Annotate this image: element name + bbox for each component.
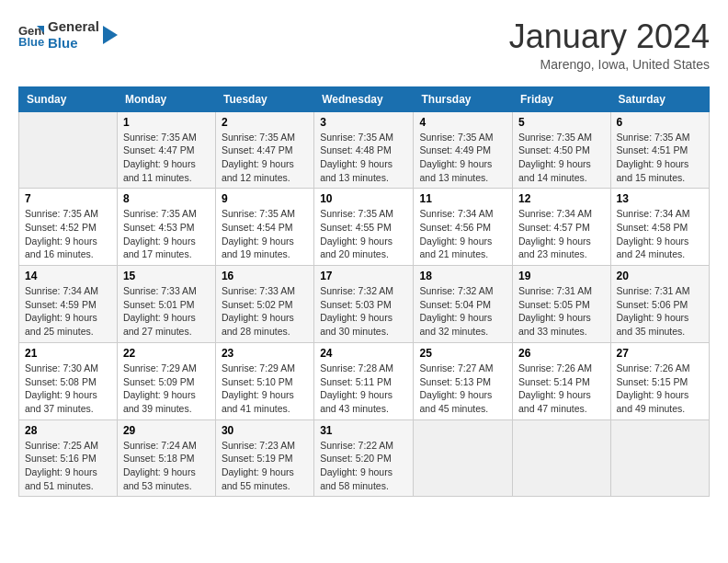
day-number: 16 [222, 270, 308, 282]
calendar-cell: 3Sunrise: 7:35 AM Sunset: 4:48 PM Daylig… [314, 111, 414, 189]
header-tuesday: Tuesday [215, 86, 313, 111]
header-friday: Friday [513, 86, 611, 111]
day-info: Sunrise: 7:28 AM Sunset: 5:11 PM Dayligh… [320, 362, 407, 416]
calendar-cell: 9Sunrise: 7:35 AM Sunset: 4:54 PM Daylig… [215, 189, 313, 266]
day-number: 12 [518, 192, 605, 205]
calendar-week-3: 14Sunrise: 7:34 AM Sunset: 4:59 PM Dayli… [19, 266, 710, 343]
day-info: Sunrise: 7:31 AM Sunset: 5:05 PM Dayligh… [518, 284, 605, 339]
calendar-week-4: 21Sunrise: 7:30 AM Sunset: 5:08 PM Dayli… [19, 342, 710, 419]
day-info: Sunrise: 7:33 AM Sunset: 5:02 PM Dayligh… [222, 284, 308, 339]
day-number: 25 [419, 347, 506, 360]
calendar-cell: 16Sunrise: 7:33 AM Sunset: 5:02 PM Dayli… [215, 266, 313, 343]
day-info: Sunrise: 7:35 AM Sunset: 4:49 PM Dayligh… [419, 131, 506, 185]
calendar-table: SundayMondayTuesdayWednesdayThursdayFrid… [18, 86, 710, 498]
calendar-cell [19, 111, 118, 189]
calendar-cell: 7Sunrise: 7:35 AM Sunset: 4:52 PM Daylig… [19, 189, 118, 266]
calendar-cell: 23Sunrise: 7:29 AM Sunset: 5:10 PM Dayli… [215, 342, 313, 419]
calendar-subtitle: Marengo, Iowa, United States [509, 57, 710, 72]
day-info: Sunrise: 7:29 AM Sunset: 5:10 PM Dayligh… [222, 362, 308, 416]
day-info: Sunrise: 7:35 AM Sunset: 4:53 PM Dayligh… [123, 207, 210, 261]
header-sunday: Sunday [19, 86, 118, 111]
calendar-week-2: 7Sunrise: 7:35 AM Sunset: 4:52 PM Daylig… [19, 189, 710, 266]
calendar-cell [414, 419, 513, 497]
day-info: Sunrise: 7:34 AM Sunset: 4:57 PM Dayligh… [518, 207, 605, 261]
calendar-cell: 1Sunrise: 7:35 AM Sunset: 4:47 PM Daylig… [117, 111, 215, 189]
day-number: 20 [617, 270, 703, 282]
day-number: 28 [25, 424, 111, 437]
day-info: Sunrise: 7:23 AM Sunset: 5:19 PM Dayligh… [222, 439, 308, 493]
day-number: 7 [25, 192, 111, 205]
day-info: Sunrise: 7:32 AM Sunset: 5:03 PM Dayligh… [320, 284, 407, 339]
calendar-cell: 6Sunrise: 7:35 AM Sunset: 4:51 PM Daylig… [610, 111, 709, 189]
day-info: Sunrise: 7:30 AM Sunset: 5:08 PM Dayligh… [25, 362, 111, 416]
calendar-cell: 15Sunrise: 7:33 AM Sunset: 5:01 PM Dayli… [117, 266, 215, 343]
logo: General Blue General Blue [18, 18, 118, 52]
day-info: Sunrise: 7:33 AM Sunset: 5:01 PM Dayligh… [123, 284, 210, 339]
calendar-cell: 18Sunrise: 7:32 AM Sunset: 5:04 PM Dayli… [414, 266, 513, 343]
header-saturday: Saturday [610, 86, 709, 111]
day-number: 3 [320, 116, 407, 129]
day-number: 22 [123, 347, 210, 360]
header-thursday: Thursday [414, 86, 513, 111]
calendar-week-1: 1Sunrise: 7:35 AM Sunset: 4:47 PM Daylig… [19, 111, 710, 189]
day-info: Sunrise: 7:26 AM Sunset: 5:14 PM Dayligh… [518, 362, 605, 416]
day-number: 21 [25, 347, 111, 360]
logo-text: General Blue [48, 18, 99, 52]
day-info: Sunrise: 7:31 AM Sunset: 5:06 PM Dayligh… [617, 284, 703, 339]
logo-arrow-icon [103, 26, 118, 44]
day-number: 4 [419, 116, 506, 129]
day-number: 17 [320, 270, 407, 282]
day-info: Sunrise: 7:35 AM Sunset: 4:51 PM Dayligh… [617, 131, 703, 185]
calendar-cell: 31Sunrise: 7:22 AM Sunset: 5:20 PM Dayli… [314, 419, 414, 497]
calendar-cell [513, 419, 611, 497]
day-info: Sunrise: 7:35 AM Sunset: 4:47 PM Dayligh… [222, 131, 308, 185]
calendar-cell: 26Sunrise: 7:26 AM Sunset: 5:14 PM Dayli… [513, 342, 611, 419]
day-number: 5 [518, 116, 605, 129]
day-info: Sunrise: 7:22 AM Sunset: 5:20 PM Dayligh… [320, 439, 407, 493]
day-info: Sunrise: 7:35 AM Sunset: 4:55 PM Dayligh… [320, 207, 407, 261]
day-number: 13 [617, 192, 703, 205]
title-block: January 2024 Marengo, Iowa, United State… [509, 18, 710, 72]
day-info: Sunrise: 7:34 AM Sunset: 4:59 PM Dayligh… [25, 284, 111, 339]
calendar-cell: 4Sunrise: 7:35 AM Sunset: 4:49 PM Daylig… [414, 111, 513, 189]
day-info: Sunrise: 7:34 AM Sunset: 4:58 PM Dayligh… [617, 207, 703, 261]
day-info: Sunrise: 7:35 AM Sunset: 4:54 PM Dayligh… [222, 207, 308, 261]
day-number: 10 [320, 192, 407, 205]
day-info: Sunrise: 7:29 AM Sunset: 5:09 PM Dayligh… [123, 362, 210, 416]
day-number: 30 [222, 424, 308, 437]
calendar-cell: 21Sunrise: 7:30 AM Sunset: 5:08 PM Dayli… [19, 342, 118, 419]
calendar-week-5: 28Sunrise: 7:25 AM Sunset: 5:16 PM Dayli… [19, 419, 710, 497]
calendar-cell: 2Sunrise: 7:35 AM Sunset: 4:47 PM Daylig… [215, 111, 313, 189]
calendar-cell [610, 419, 709, 497]
day-number: 31 [320, 424, 407, 437]
day-number: 9 [222, 192, 308, 205]
day-number: 15 [123, 270, 210, 282]
calendar-title: January 2024 [509, 18, 710, 55]
day-number: 29 [123, 424, 210, 437]
day-info: Sunrise: 7:35 AM Sunset: 4:47 PM Dayligh… [123, 131, 210, 185]
day-number: 11 [419, 192, 506, 205]
calendar-cell: 25Sunrise: 7:27 AM Sunset: 5:13 PM Dayli… [414, 342, 513, 419]
day-info: Sunrise: 7:32 AM Sunset: 5:04 PM Dayligh… [419, 284, 506, 339]
calendar-cell: 27Sunrise: 7:26 AM Sunset: 5:15 PM Dayli… [610, 342, 709, 419]
day-number: 19 [518, 270, 605, 282]
calendar-cell: 10Sunrise: 7:35 AM Sunset: 4:55 PM Dayli… [314, 189, 414, 266]
logo-icon: General Blue [18, 22, 44, 48]
day-info: Sunrise: 7:34 AM Sunset: 4:56 PM Dayligh… [419, 207, 506, 261]
header: General Blue General Blue January 2024 M… [18, 18, 710, 72]
day-info: Sunrise: 7:35 AM Sunset: 4:48 PM Dayligh… [320, 131, 407, 185]
day-number: 18 [419, 270, 506, 282]
svg-marker-3 [103, 26, 118, 44]
calendar-header-row: SundayMondayTuesdayWednesdayThursdayFrid… [19, 86, 710, 111]
calendar-cell: 13Sunrise: 7:34 AM Sunset: 4:58 PM Dayli… [610, 189, 709, 266]
calendar-cell: 24Sunrise: 7:28 AM Sunset: 5:11 PM Dayli… [314, 342, 414, 419]
day-number: 24 [320, 347, 407, 360]
calendar-cell: 28Sunrise: 7:25 AM Sunset: 5:16 PM Dayli… [19, 419, 118, 497]
calendar-cell: 19Sunrise: 7:31 AM Sunset: 5:05 PM Dayli… [513, 266, 611, 343]
day-number: 8 [123, 192, 210, 205]
calendar-cell: 14Sunrise: 7:34 AM Sunset: 4:59 PM Dayli… [19, 266, 118, 343]
day-info: Sunrise: 7:26 AM Sunset: 5:15 PM Dayligh… [617, 362, 703, 416]
day-number: 6 [617, 116, 703, 129]
calendar-cell: 11Sunrise: 7:34 AM Sunset: 4:56 PM Dayli… [414, 189, 513, 266]
calendar-cell: 8Sunrise: 7:35 AM Sunset: 4:53 PM Daylig… [117, 189, 215, 266]
